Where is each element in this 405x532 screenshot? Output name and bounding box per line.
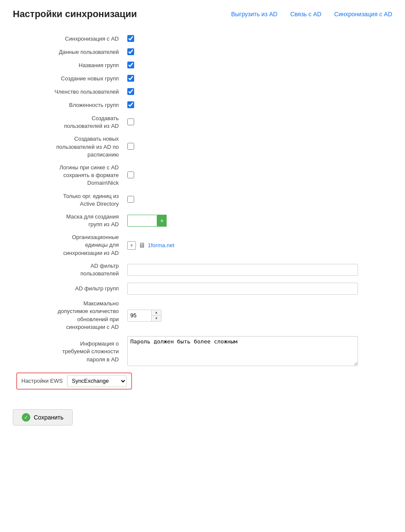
password-complexity-textarea[interactable]: Пароль должен быть более сложным [127, 336, 358, 366]
row-group-names: Названия групп [13, 59, 392, 72]
control-max-updates: ▲ ▼ [124, 297, 392, 334]
control-ad-filter-groups [124, 280, 392, 297]
row-create-new-users-schedule: Создавать новых пользователей из AD по р… [13, 133, 392, 161]
label-max-updates: Максимально допустимое количество обновл… [13, 297, 124, 334]
label-only-org-units: Только орг. единиц из Active Directory [13, 190, 124, 210]
org-add-button[interactable]: + [127, 241, 136, 250]
row-mask-groups: Маска для создания групп из AD + [13, 210, 392, 231]
label-ad-filter-groups: AD фильтр групп [13, 280, 124, 297]
number-spinners: ▲ ▼ [152, 310, 161, 321]
page-header: Настройки синхронизации Выгрузить из AD … [13, 9, 392, 20]
spinner-up-button[interactable]: ▲ [152, 310, 161, 316]
control-group-nesting [124, 99, 392, 112]
save-icon: ✓ [22, 413, 30, 422]
org-units-cell: + 🖥 1forma.net [127, 241, 389, 250]
row-create-users-ad: Создавать пользователей из AD [13, 112, 392, 133]
label-ews-settings: Настройки EWSSyncExchangeNoneBasic [13, 370, 392, 392]
plus-icon: + [160, 217, 164, 224]
row-ad-filter-users: AD фильтр пользователей [13, 260, 392, 280]
label-sync-ad: Синхронизация с AD [13, 33, 124, 46]
ews-label-inner: Настройки EWS [21, 377, 63, 385]
checkbox-sync-ad[interactable] [127, 35, 134, 42]
label-login-format: Логины при синке с AD сохранять в формат… [13, 161, 124, 190]
nav-link-ad[interactable]: Связь с AD [290, 11, 321, 18]
control-only-org-units [124, 190, 392, 210]
domain-icon: 🖥 [138, 242, 145, 249]
checkbox-create-groups[interactable] [127, 75, 134, 82]
label-mask-groups: Маска для создания групп из AD [13, 210, 124, 231]
checkbox-create-users-ad[interactable] [127, 118, 134, 125]
ad-filter-groups-input[interactable] [127, 283, 358, 295]
label-user-membership: Членство пользователей [13, 86, 124, 99]
checkbox-user-membership[interactable] [127, 88, 134, 95]
mask-input-wrapper: + [127, 215, 389, 227]
checkbox-user-data[interactable] [127, 48, 134, 55]
ews-select[interactable]: SyncExchangeNoneBasic [67, 375, 127, 387]
label-create-groups: Создание новых групп [13, 72, 124, 86]
label-create-users-ad: Создавать пользователей из AD [13, 112, 124, 133]
row-only-org-units: Только орг. единиц из Active Directory [13, 190, 392, 210]
row-create-groups: Создание новых групп [13, 72, 392, 86]
org-domain-text[interactable]: 1forma.net [148, 242, 174, 248]
control-mask-groups: + [124, 210, 392, 231]
control-create-users-ad [124, 112, 392, 133]
control-create-new-users-schedule [124, 133, 392, 161]
row-ews-settings: Настройки EWSSyncExchangeNoneBasic [13, 370, 392, 392]
save-button[interactable]: ✓ Сохранить [13, 409, 73, 426]
max-updates-input[interactable] [128, 310, 152, 321]
number-input-wrapper: ▲ ▼ [127, 310, 161, 322]
checkbox-login-format[interactable] [127, 171, 134, 178]
control-login-format [124, 161, 392, 190]
checkbox-group-names[interactable] [127, 62, 134, 68]
label-group-names: Названия групп [13, 59, 124, 72]
row-password-complexity: Информация о требуемой сложности пароля … [13, 334, 392, 370]
row-user-data: Данные пользователей [13, 46, 392, 59]
page-title: Настройки синхронизации [13, 9, 137, 20]
row-max-updates: Максимально допустимое количество обновл… [13, 297, 392, 334]
label-password-complexity: Информация о требуемой сложности пароля … [13, 334, 124, 370]
nav-sync-ad[interactable]: Синхронизация с AD [334, 11, 392, 18]
label-org-units: Организационные единицы для синхронизаци… [13, 231, 124, 260]
settings-form: Синхронизация с AD Данные пользователей … [13, 33, 392, 392]
label-group-nesting: Вложенность групп [13, 99, 124, 112]
nav-links: Выгрузить из AD Связь с AD Синхронизация… [231, 11, 392, 18]
row-org-units: Организационные единицы для синхронизаци… [13, 231, 392, 260]
row-user-membership: Членство пользователей [13, 86, 392, 99]
checkbox-create-new-users-schedule[interactable] [127, 143, 134, 150]
control-sync-ad [124, 33, 392, 46]
control-user-data [124, 46, 392, 59]
save-section: ✓ Сохранить [13, 401, 392, 426]
control-group-names [124, 59, 392, 72]
control-password-complexity: Пароль должен быть более сложным [124, 334, 392, 370]
row-login-format: Логины при синке с AD сохранять в формат… [13, 161, 392, 190]
row-sync-ad: Синхронизация с AD [13, 33, 392, 46]
control-org-units: + 🖥 1forma.net [124, 231, 392, 260]
control-user-membership [124, 86, 392, 99]
label-create-new-users-schedule: Создавать новых пользователей из AD по р… [13, 133, 124, 161]
label-user-data: Данные пользователей [13, 46, 124, 59]
row-ad-filter-groups: AD фильтр групп [13, 280, 392, 297]
spinner-down-button[interactable]: ▼ [152, 316, 161, 321]
nav-export-ad[interactable]: Выгрузить из AD [231, 11, 278, 18]
mask-input[interactable] [127, 215, 157, 227]
mask-add-button[interactable]: + [157, 215, 167, 227]
checkbox-only-org-units[interactable] [127, 196, 134, 203]
label-ad-filter-users: AD фильтр пользователей [13, 260, 124, 280]
control-create-groups [124, 72, 392, 86]
control-ad-filter-users [124, 260, 392, 280]
row-group-nesting: Вложенность групп [13, 99, 392, 112]
ad-filter-users-input[interactable] [127, 264, 358, 276]
save-label: Сохранить [34, 414, 64, 421]
checkbox-group-nesting[interactable] [127, 101, 134, 108]
